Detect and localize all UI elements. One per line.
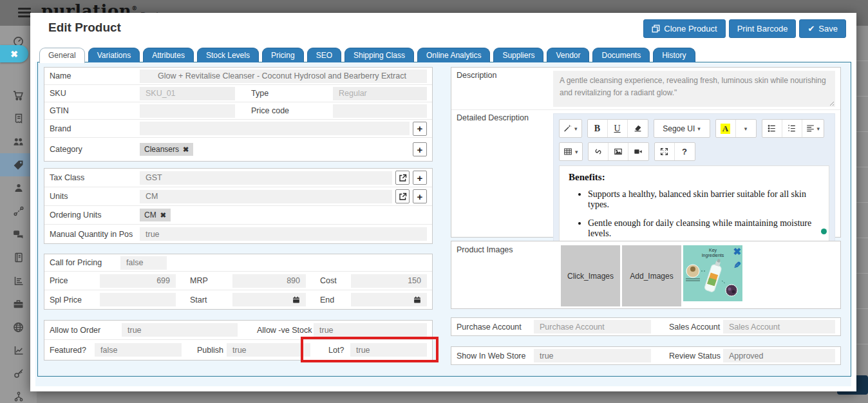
publish-input[interactable]: true: [227, 343, 310, 357]
edit-image-icon[interactable]: ✎: [733, 261, 741, 270]
ordered-list-button[interactable]: [782, 120, 802, 137]
tab-bar: General Variations Attributes Stock Leve…: [39, 48, 695, 62]
chip-remove-icon[interactable]: ✖: [160, 211, 166, 220]
end-date-input[interactable]: [351, 293, 427, 306]
flags-fieldbox: Allow to Order true Allow -ve Stock true…: [44, 320, 433, 361]
tab-variations[interactable]: Variations: [88, 48, 140, 62]
review-status-input[interactable]: Approved: [723, 349, 835, 362]
product-image-thumbnail[interactable]: Key Ingredients: [683, 245, 742, 301]
price-code-input[interactable]: [333, 104, 427, 118]
tab-general[interactable]: General: [39, 48, 85, 63]
insert-image-button[interactable]: [609, 143, 628, 160]
style-magic-button[interactable]: ▾: [560, 120, 581, 137]
bold-button[interactable]: B: [588, 120, 608, 137]
purchase-account-input[interactable]: Purchase Account: [534, 320, 651, 333]
sales-account-input[interactable]: Sales Account: [723, 320, 835, 333]
brand-label: Brand: [50, 124, 140, 133]
allow-order-row: Allow to Order true Allow -ve Stock true: [44, 321, 432, 340]
close-panel-button[interactable]: ✖: [0, 45, 28, 62]
open-units-button[interactable]: [395, 189, 410, 203]
sku-input[interactable]: SKU_01: [140, 87, 235, 100]
calendar-icon[interactable]: [292, 296, 300, 304]
gtin-input[interactable]: [140, 104, 235, 118]
units-label: Units: [50, 192, 140, 201]
webstore-row: Show In Web Store true Review Status App…: [451, 347, 840, 364]
add-units-button[interactable]: +: [413, 189, 427, 203]
call-for-pricing-row: Call for Pricing false: [44, 254, 432, 272]
remove-image-icon[interactable]: ✖: [733, 247, 741, 256]
tab-stock-levels[interactable]: Stock Levels: [197, 48, 259, 62]
description-row: Description A gentle cleansing experienc…: [451, 68, 840, 110]
manual-qty-input[interactable]: true: [140, 227, 427, 241]
underline-button[interactable]: U: [608, 120, 628, 137]
lot-input[interactable]: true: [350, 343, 427, 357]
tab-seo[interactable]: SEO: [307, 48, 341, 62]
description-textarea[interactable]: A gentle cleansing experience, revealing…: [553, 71, 835, 107]
calendar-icon[interactable]: [413, 296, 421, 304]
allow-to-order-input[interactable]: true: [122, 323, 238, 337]
featured-input[interactable]: false: [95, 343, 182, 357]
tab-history[interactable]: History: [653, 48, 695, 62]
allow-to-order-label: Allow to Order: [50, 326, 122, 335]
add-category-button[interactable]: +: [413, 142, 427, 156]
type-input[interactable]: Regular: [333, 87, 427, 100]
allow-neg-stock-label: Allow -ve Stock: [238, 326, 314, 335]
add-tax-class-button[interactable]: +: [413, 171, 427, 185]
plus-icon: +: [417, 191, 423, 202]
tab-pricing[interactable]: Pricing: [262, 48, 304, 62]
tab-vendor[interactable]: Vendor: [547, 48, 589, 62]
font-color-dropdown[interactable]: ▾: [736, 120, 756, 137]
tab-attributes[interactable]: Attributes: [143, 48, 194, 62]
lot-label: Lot?: [310, 346, 350, 355]
insert-video-button[interactable]: [628, 143, 648, 160]
clone-product-button[interactable]: Clone Product: [643, 19, 725, 38]
ordering-units-chip[interactable]: CM✖: [140, 209, 171, 221]
tab-documents[interactable]: Documents: [592, 48, 650, 62]
allow-neg-stock-input[interactable]: true: [314, 323, 427, 337]
start-date-input[interactable]: [232, 293, 306, 306]
paragraph-align-button[interactable]: ▾: [802, 120, 824, 137]
image-placeholder-click[interactable]: Click_Images: [561, 245, 620, 306]
call-for-pricing-input[interactable]: false: [120, 256, 167, 270]
units-row: Units CM +: [44, 187, 432, 206]
print-barcode-button[interactable]: Print Barcode: [729, 19, 797, 38]
hamburger-menu-icon[interactable]: [18, 8, 31, 18]
fullscreen-button[interactable]: [655, 143, 675, 160]
image-caption: Key: [709, 248, 717, 253]
brand-input[interactable]: [140, 122, 410, 135]
spl-price-input[interactable]: [100, 293, 176, 306]
tab-online-analytics[interactable]: Online Analytics: [417, 48, 490, 62]
insert-table-button[interactable]: ▾: [560, 143, 582, 160]
align-left-icon: [806, 124, 815, 133]
category-chip[interactable]: Cleansers✖: [140, 143, 193, 156]
edit-product-modal: Edit Product Clone Product Print Barcode…: [30, 13, 856, 391]
resize-handle-icon[interactable]: [828, 100, 834, 106]
cost-input[interactable]: 150: [351, 274, 427, 288]
image-placeholder-add[interactable]: Add_Images: [622, 245, 681, 306]
name-input[interactable]: Glow + Revitalise Cleanser - Coconut Hyd…: [140, 70, 427, 83]
tab-shipping-class[interactable]: Shipping Class: [344, 48, 414, 62]
price-input[interactable]: 699: [100, 274, 176, 288]
editor-toolbar-row2: ▾: [559, 142, 829, 161]
show-in-web-store-input[interactable]: true: [534, 349, 651, 362]
mrp-input[interactable]: 890: [232, 274, 306, 288]
unordered-list-button[interactable]: [762, 120, 782, 137]
modal-actions: Clone Product Print Barcode ✔ Save: [643, 19, 846, 38]
editor-help-button[interactable]: ?: [675, 143, 695, 160]
open-tax-class-button[interactable]: [395, 171, 410, 185]
font-color-button[interactable]: A: [716, 120, 736, 137]
chip-remove-icon[interactable]: ✖: [183, 145, 189, 154]
save-button[interactable]: ✔ Save: [799, 19, 846, 38]
editor-content[interactable]: Benefits: Supports a healthy, balanced s…: [559, 165, 829, 252]
clear-format-button[interactable]: [628, 120, 648, 137]
insert-link-button[interactable]: [589, 143, 609, 160]
magic-wand-icon: [563, 124, 572, 133]
add-brand-button[interactable]: +: [413, 122, 427, 136]
units-input[interactable]: CM: [140, 190, 392, 203]
editor-heading: Benefits:: [569, 172, 820, 183]
font-family-select[interactable]: Segoe UI ▾: [654, 120, 710, 137]
brand-row: Brand +: [44, 120, 432, 138]
tab-suppliers[interactable]: Suppliers: [493, 48, 543, 62]
tax-class-input[interactable]: GST: [140, 171, 392, 185]
call-for-pricing-label: Call for Pricing: [50, 258, 120, 267]
